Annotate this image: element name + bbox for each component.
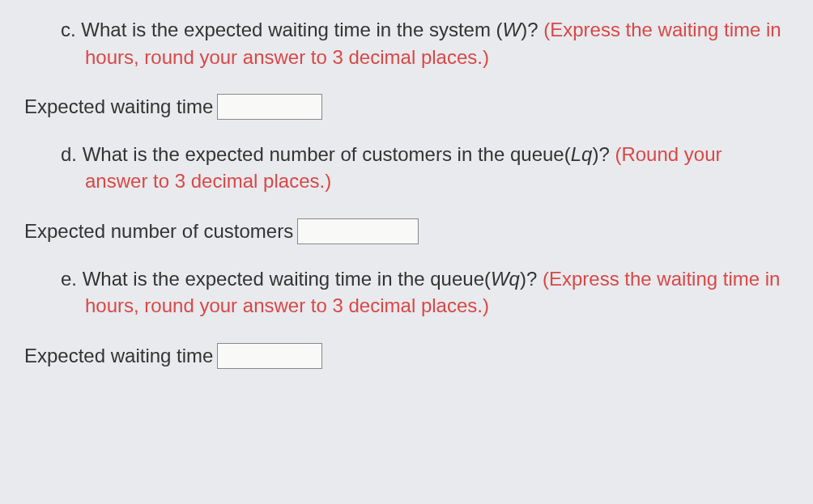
- question-e: e. What is the expected waiting time in …: [24, 265, 789, 370]
- question-c-text: c. What is the expected waiting time in …: [24, 16, 789, 70]
- question-d-after: )?: [592, 143, 609, 165]
- answer-input-e[interactable]: [217, 343, 322, 369]
- question-e-after: )?: [520, 268, 537, 290]
- question-c-after: )?: [521, 19, 538, 40]
- question-e-text: e. What is the expected waiting time in …: [24, 265, 789, 320]
- question-d-label: d.: [61, 143, 77, 165]
- question-d-symbol: Lq: [571, 143, 593, 165]
- answer-row-d: Expected number of customers: [24, 218, 789, 245]
- question-e-label: e.: [61, 268, 77, 290]
- question-c-main: What is the expected waiting time in the…: [81, 19, 502, 40]
- answer-input-d[interactable]: [297, 218, 419, 244]
- question-e-main: What is the expected waiting time in the…: [83, 268, 491, 290]
- answer-row-c: Expected waiting time: [24, 93, 789, 121]
- answer-label-c: Expected waiting time: [24, 93, 213, 121]
- answer-label-d: Expected number of customers: [24, 218, 293, 245]
- question-d-text: d. What is the expected number of custom…: [24, 141, 789, 195]
- question-c-label: c.: [61, 19, 76, 40]
- question-c: c. What is the expected waiting time in …: [24, 16, 789, 121]
- question-d: d. What is the expected number of custom…: [24, 141, 789, 245]
- answer-label-e: Expected waiting time: [24, 342, 213, 370]
- answer-row-e: Expected waiting time: [24, 342, 789, 370]
- answer-input-c[interactable]: [217, 94, 322, 120]
- question-c-symbol: W: [503, 19, 521, 40]
- question-d-main: What is the expected number of customers…: [83, 143, 571, 165]
- question-e-symbol: Wq: [491, 268, 520, 290]
